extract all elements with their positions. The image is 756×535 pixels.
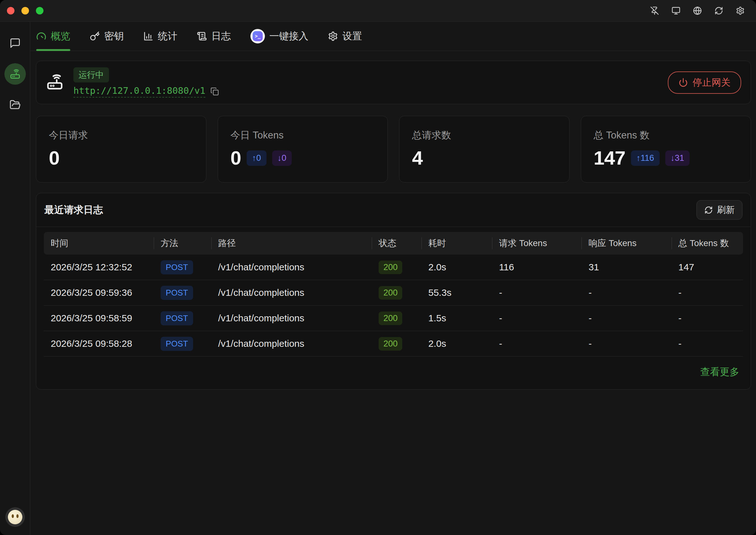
cell-request-tokens: 116 xyxy=(492,262,582,272)
cell-duration: 2.0s xyxy=(421,338,492,349)
table-row: 2026/3/25 12:32:52 POST /v1/chat/complet… xyxy=(44,255,743,280)
status-code-badge: 200 xyxy=(378,261,402,274)
input-tokens-badge: ↑116 xyxy=(631,151,660,166)
recent-logs-card: 最近请求日志 刷新 时间 方法 路径 状态 耗时 xyxy=(36,193,751,390)
tab-logs[interactable]: 日志 xyxy=(197,22,231,51)
cell-path: /v1/chat/completions xyxy=(211,287,372,298)
method-badge: POST xyxy=(161,286,193,300)
display-icon[interactable] xyxy=(672,6,680,15)
column-header-status: 状态 xyxy=(372,237,421,249)
power-icon xyxy=(679,78,688,87)
stat-cards-row: 今日请求 0 今日 Tokens 0 ↑0 ↓0 xyxy=(36,116,751,183)
key-icon xyxy=(90,31,100,41)
column-header-duration: 耗时 xyxy=(421,237,492,249)
terminal-badge-icon: >_ xyxy=(251,29,265,43)
cell-path: /v1/chat/completions xyxy=(211,338,372,349)
chat-icon xyxy=(10,38,21,49)
gateway-url-link[interactable]: http://127.0.0.1:8080/v1 xyxy=(74,85,205,98)
column-header-response-tokens: 响应 Tokens xyxy=(582,237,671,249)
cell-response-tokens: - xyxy=(582,313,671,324)
tab-quick-connect[interactable]: >_ 一键接入 xyxy=(251,22,308,51)
stat-card-today-requests: 今日请求 0 xyxy=(36,116,206,183)
refresh-icon[interactable] xyxy=(714,6,723,15)
sidebar-item-files[interactable] xyxy=(4,94,26,116)
stat-label: 今日 Tokens xyxy=(230,129,375,142)
tab-settings[interactable]: 设置 xyxy=(328,22,362,51)
cell-duration: 55.3s xyxy=(421,287,492,298)
gateway-router-icon xyxy=(10,68,21,80)
cell-total-tokens: - xyxy=(672,338,743,349)
stat-label: 总 Tokens 数 xyxy=(594,129,738,142)
stat-card-total-requests: 总请求数 4 xyxy=(399,116,569,183)
settings-icon[interactable] xyxy=(736,6,745,15)
tab-label: 统计 xyxy=(158,30,177,43)
stat-value: 4 xyxy=(412,148,422,168)
cell-total-tokens: - xyxy=(672,287,743,298)
folder-open-icon xyxy=(10,99,21,110)
cell-request-tokens: - xyxy=(492,313,582,324)
tab-label: 设置 xyxy=(343,30,362,43)
input-tokens-badge: ↑0 xyxy=(247,151,266,166)
column-header-path: 路径 xyxy=(211,237,372,249)
stat-card-today-tokens: 今日 Tokens 0 ↑0 ↓0 xyxy=(218,116,388,183)
tab-overview[interactable]: 概览 xyxy=(36,22,70,51)
output-tokens-badge: ↓31 xyxy=(665,151,690,166)
cell-total-tokens: - xyxy=(672,313,743,324)
titlebar xyxy=(0,0,756,22)
table-row: 2026/3/25 09:58:28 POST /v1/chat/complet… xyxy=(44,331,743,356)
sidebar-item-chat[interactable] xyxy=(4,32,26,54)
tab-label: 日志 xyxy=(211,30,231,43)
cell-request-tokens: - xyxy=(492,287,582,298)
tab-statistics[interactable]: 统计 xyxy=(143,22,177,51)
refresh-logs-button[interactable]: 刷新 xyxy=(696,200,742,220)
refresh-icon xyxy=(704,206,713,214)
face-in-clouds-emoji xyxy=(8,510,22,524)
status-code-badge: 200 xyxy=(378,286,402,299)
sidebar-item-gateway[interactable] xyxy=(4,63,26,85)
output-tokens-badge: ↓0 xyxy=(272,151,292,166)
cell-response-tokens: - xyxy=(582,338,671,349)
stat-value: 147 xyxy=(594,148,625,168)
minimize-window-button[interactable] xyxy=(21,7,29,14)
app-window: 概览 密钥 统计 日志 >_ 一键接入 xyxy=(0,0,756,535)
globe-icon[interactable] xyxy=(693,6,702,15)
cell-duration: 1.5s xyxy=(421,313,492,324)
column-header-time: 时间 xyxy=(44,237,154,249)
maximize-window-button[interactable] xyxy=(36,7,44,14)
cell-path: /v1/chat/completions xyxy=(211,262,372,272)
bar-chart-icon xyxy=(143,31,153,41)
gateway-status-card: 运行中 http://127.0.0.1:8080/v1 停止网关 xyxy=(36,61,751,104)
router-icon xyxy=(46,73,64,92)
stop-gateway-label: 停止网关 xyxy=(693,76,731,89)
close-window-button[interactable] xyxy=(7,7,15,14)
tab-label: 一键接入 xyxy=(269,30,308,43)
method-badge: POST xyxy=(161,337,193,351)
tab-keys[interactable]: 密钥 xyxy=(90,22,124,51)
cell-total-tokens: 147 xyxy=(672,262,743,272)
cell-request-tokens: - xyxy=(492,338,582,349)
view-more-link[interactable]: 查看更多 xyxy=(700,365,739,379)
pin-off-icon[interactable] xyxy=(650,6,659,15)
window-controls xyxy=(7,7,44,14)
gauge-icon xyxy=(36,31,46,41)
stat-card-total-tokens: 总 Tokens 数 147 ↑116 ↓31 xyxy=(581,116,751,183)
status-badge: 运行中 xyxy=(74,67,109,82)
column-header-method: 方法 xyxy=(154,237,211,249)
method-badge: POST xyxy=(161,311,193,325)
scroll-icon xyxy=(197,31,207,41)
cell-path: /v1/chat/completions xyxy=(211,313,372,324)
table-row: 2026/3/25 09:58:59 POST /v1/chat/complet… xyxy=(44,306,743,331)
table-row: 2026/3/25 09:59:36 POST /v1/chat/complet… xyxy=(44,280,743,306)
stat-label: 总请求数 xyxy=(412,129,557,142)
cell-response-tokens: - xyxy=(582,287,671,298)
stat-label: 今日请求 xyxy=(49,129,194,142)
tab-label: 密钥 xyxy=(104,30,124,43)
gear-icon xyxy=(328,31,338,41)
column-header-total-tokens: 总 Tokens 数 xyxy=(672,237,743,249)
stat-value: 0 xyxy=(230,148,241,168)
method-badge: POST xyxy=(161,260,193,274)
copy-url-button[interactable] xyxy=(210,87,219,96)
user-avatar[interactable] xyxy=(5,507,25,527)
cell-duration: 2.0s xyxy=(421,262,492,272)
stop-gateway-button[interactable]: 停止网关 xyxy=(668,71,741,94)
